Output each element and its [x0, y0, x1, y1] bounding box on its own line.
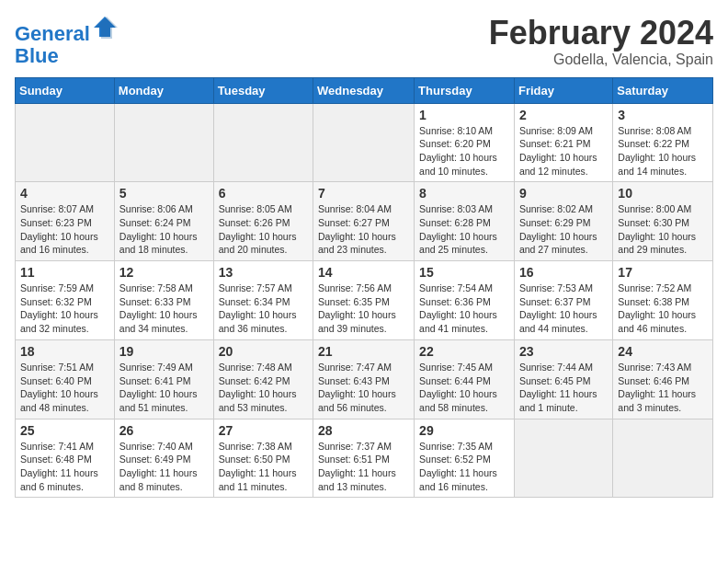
day-cell: 19Sunrise: 7:49 AM Sunset: 6:41 PM Dayli…	[114, 339, 213, 419]
day-number: 4	[20, 186, 109, 201]
header-cell-thursday: Thursday	[415, 77, 515, 103]
day-cell: 25Sunrise: 7:41 AM Sunset: 6:48 PM Dayli…	[16, 419, 115, 498]
day-number: 5	[119, 186, 209, 201]
day-number: 3	[618, 108, 708, 122]
day-cell: 1Sunrise: 8:10 AM Sunset: 6:20 PM Daylig…	[415, 103, 515, 182]
day-info: Sunrise: 8:04 AM Sunset: 6:27 PM Dayligh…	[318, 202, 409, 257]
svg-marker-1	[96, 17, 118, 39]
day-info: Sunrise: 7:47 AM Sunset: 6:43 PM Dayligh…	[318, 361, 409, 415]
day-info: Sunrise: 7:53 AM Sunset: 6:37 PM Dayligh…	[519, 282, 608, 336]
header-cell-wednesday: Wednesday	[313, 77, 415, 103]
day-number: 27	[219, 423, 308, 438]
day-number: 13	[219, 265, 308, 280]
day-cell: 22Sunrise: 7:45 AM Sunset: 6:44 PM Dayli…	[415, 339, 515, 419]
week-row-2: 4Sunrise: 8:07 AM Sunset: 6:23 PM Daylig…	[16, 182, 713, 261]
logo: General Blue	[15, 15, 118, 67]
day-number: 23	[519, 344, 608, 359]
header-cell-monday: Monday	[114, 77, 213, 103]
day-info: Sunrise: 8:06 AM Sunset: 6:24 PM Dayligh…	[119, 202, 209, 257]
day-number: 7	[318, 186, 409, 201]
day-info: Sunrise: 8:10 AM Sunset: 6:20 PM Dayligh…	[419, 124, 509, 178]
day-info: Sunrise: 7:45 AM Sunset: 6:44 PM Dayligh…	[419, 361, 509, 415]
day-number: 10	[618, 186, 708, 201]
header: General Blue February 2024 Godella, Vale…	[15, 15, 713, 68]
day-info: Sunrise: 8:02 AM Sunset: 6:29 PM Dayligh…	[519, 202, 608, 257]
day-info: Sunrise: 7:58 AM Sunset: 6:33 PM Dayligh…	[119, 282, 209, 336]
day-info: Sunrise: 7:54 AM Sunset: 6:36 PM Dayligh…	[419, 282, 509, 336]
day-cell: 15Sunrise: 7:54 AM Sunset: 6:36 PM Dayli…	[415, 261, 515, 340]
day-info: Sunrise: 8:03 AM Sunset: 6:28 PM Dayligh…	[419, 202, 509, 257]
day-cell	[514, 419, 612, 498]
day-number: 19	[119, 344, 209, 359]
week-row-4: 18Sunrise: 7:51 AM Sunset: 6:40 PM Dayli…	[16, 339, 713, 419]
day-info: Sunrise: 7:59 AM Sunset: 6:32 PM Dayligh…	[20, 282, 109, 336]
day-number: 15	[419, 265, 509, 280]
day-info: Sunrise: 8:08 AM Sunset: 6:22 PM Dayligh…	[618, 124, 708, 178]
title-area: February 2024 Godella, Valencia, Spain	[489, 15, 713, 68]
day-cell: 27Sunrise: 7:38 AM Sunset: 6:50 PM Dayli…	[213, 419, 313, 498]
day-number: 17	[618, 265, 708, 280]
day-cell: 28Sunrise: 7:37 AM Sunset: 6:51 PM Dayli…	[313, 419, 415, 498]
day-number: 29	[419, 423, 509, 438]
calendar-body: 1Sunrise: 8:10 AM Sunset: 6:20 PM Daylig…	[16, 103, 713, 498]
day-cell: 11Sunrise: 7:59 AM Sunset: 6:32 PM Dayli…	[16, 261, 115, 340]
day-cell: 12Sunrise: 7:58 AM Sunset: 6:33 PM Dayli…	[114, 261, 213, 340]
day-number: 2	[519, 108, 608, 122]
day-cell: 17Sunrise: 7:52 AM Sunset: 6:38 PM Dayli…	[613, 261, 713, 340]
day-info: Sunrise: 7:38 AM Sunset: 6:50 PM Dayligh…	[219, 440, 308, 494]
header-row: SundayMondayTuesdayWednesdayThursdayFrid…	[16, 77, 713, 103]
day-cell: 26Sunrise: 7:40 AM Sunset: 6:49 PM Dayli…	[114, 419, 213, 498]
day-info: Sunrise: 7:43 AM Sunset: 6:46 PM Dayligh…	[618, 361, 708, 415]
day-cell: 8Sunrise: 8:03 AM Sunset: 6:28 PM Daylig…	[415, 182, 515, 261]
day-info: Sunrise: 8:05 AM Sunset: 6:26 PM Dayligh…	[219, 202, 308, 257]
day-info: Sunrise: 7:48 AM Sunset: 6:42 PM Dayligh…	[219, 361, 308, 415]
day-cell: 18Sunrise: 7:51 AM Sunset: 6:40 PM Dayli…	[16, 339, 115, 419]
day-cell: 7Sunrise: 8:04 AM Sunset: 6:27 PM Daylig…	[313, 182, 415, 261]
day-cell: 29Sunrise: 7:35 AM Sunset: 6:52 PM Dayli…	[415, 419, 515, 498]
day-number: 6	[219, 186, 308, 201]
day-cell: 23Sunrise: 7:44 AM Sunset: 6:45 PM Dayli…	[514, 339, 612, 419]
day-cell: 2Sunrise: 8:09 AM Sunset: 6:21 PM Daylig…	[514, 103, 612, 182]
week-row-1: 1Sunrise: 8:10 AM Sunset: 6:20 PM Daylig…	[16, 103, 713, 182]
day-info: Sunrise: 7:52 AM Sunset: 6:38 PM Dayligh…	[618, 282, 708, 336]
day-cell: 24Sunrise: 7:43 AM Sunset: 6:46 PM Dayli…	[613, 339, 713, 419]
day-cell	[213, 103, 313, 182]
calendar-table: SundayMondayTuesdayWednesdayThursdayFrid…	[15, 77, 713, 499]
day-number: 12	[119, 265, 209, 280]
day-number: 1	[419, 108, 509, 122]
day-number: 18	[20, 344, 109, 359]
day-number: 26	[119, 423, 209, 438]
day-number: 8	[419, 186, 509, 201]
header-cell-saturday: Saturday	[613, 77, 713, 103]
day-info: Sunrise: 7:41 AM Sunset: 6:48 PM Dayligh…	[20, 440, 109, 494]
calendar-subtitle: Godella, Valencia, Spain	[489, 52, 713, 68]
day-cell	[313, 103, 415, 182]
day-cell	[114, 103, 213, 182]
day-number: 20	[219, 344, 308, 359]
day-number: 24	[618, 344, 708, 359]
day-cell: 4Sunrise: 8:07 AM Sunset: 6:23 PM Daylig…	[16, 182, 115, 261]
day-number: 11	[20, 265, 109, 280]
day-info: Sunrise: 7:57 AM Sunset: 6:34 PM Dayligh…	[219, 282, 308, 336]
logo-text: General Blue	[15, 15, 118, 67]
day-number: 16	[519, 265, 608, 280]
day-number: 14	[318, 265, 409, 280]
header-cell-friday: Friday	[514, 77, 612, 103]
day-cell: 6Sunrise: 8:05 AM Sunset: 6:26 PM Daylig…	[213, 182, 313, 261]
logo-icon	[92, 15, 118, 40]
day-info: Sunrise: 8:07 AM Sunset: 6:23 PM Dayligh…	[20, 202, 109, 257]
day-number: 9	[519, 186, 608, 201]
day-number: 22	[419, 344, 509, 359]
day-cell: 13Sunrise: 7:57 AM Sunset: 6:34 PM Dayli…	[213, 261, 313, 340]
day-info: Sunrise: 8:09 AM Sunset: 6:21 PM Dayligh…	[519, 124, 608, 178]
day-number: 25	[20, 423, 109, 438]
day-cell	[613, 419, 713, 498]
day-number: 28	[318, 423, 409, 438]
day-cell: 16Sunrise: 7:53 AM Sunset: 6:37 PM Dayli…	[514, 261, 612, 340]
calendar-header: SundayMondayTuesdayWednesdayThursdayFrid…	[16, 77, 713, 103]
day-cell: 9Sunrise: 8:02 AM Sunset: 6:29 PM Daylig…	[514, 182, 612, 261]
week-row-3: 11Sunrise: 7:59 AM Sunset: 6:32 PM Dayli…	[16, 261, 713, 340]
header-cell-tuesday: Tuesday	[213, 77, 313, 103]
day-cell: 10Sunrise: 8:00 AM Sunset: 6:30 PM Dayli…	[613, 182, 713, 261]
day-info: Sunrise: 7:51 AM Sunset: 6:40 PM Dayligh…	[20, 361, 109, 415]
